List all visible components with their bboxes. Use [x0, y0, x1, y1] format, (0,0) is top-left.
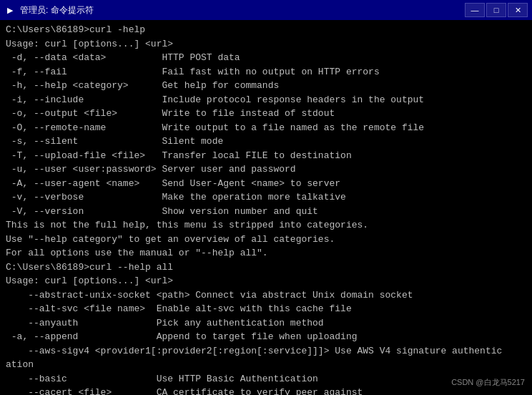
terminal-line: This is not the full help, this menu is …	[6, 218, 526, 233]
terminal-line: -o, --output <file> Write to file instea…	[6, 107, 526, 121]
terminal-line: -T, --upload-file <file> Transfer local …	[6, 149, 526, 163]
terminal-line: C:\Users\86189>curl -help	[6, 23, 526, 37]
terminal-line: --anyauth Pick any authentication method	[6, 316, 526, 331]
terminal-body: C:\Users\86189>curl -helpUsage: curl [op…	[0, 20, 532, 395]
terminal-line: -A, --user-agent <name> Send User-Agent …	[6, 177, 526, 191]
terminal-line: C:\Users\86189>curl --help all	[6, 260, 526, 275]
terminal-line: -d, --data <data> HTTP POST data	[6, 51, 526, 65]
title-bar: ▶ 管理员: 命令提示符 — □ ✕	[0, 0, 532, 20]
terminal-line: Usage: curl [options...] <url>	[6, 274, 526, 288]
maximize-button[interactable]: □	[486, 3, 506, 17]
terminal-line: --alt-svc <file name> Enable alt-svc wit…	[6, 302, 526, 316]
terminal-line: --cacert <file> CA certificate to verify…	[6, 386, 526, 395]
terminal-icon: ▶	[4, 4, 16, 16]
terminal-line: -v, --verbose Make the operation more ta…	[6, 190, 526, 205]
terminal-line: Usage: curl [options...] <url>	[6, 37, 526, 52]
title-bar-left: ▶ 管理员: 命令提示符	[4, 4, 94, 16]
terminal-line: -a, --append Append to target file when …	[6, 330, 526, 344]
terminal-line: ation	[6, 358, 526, 372]
terminal-line: -i, --include Include protocol response …	[6, 93, 526, 107]
terminal-line: -h, --help <category> Get help for comma…	[6, 79, 526, 93]
close-button[interactable]: ✕	[508, 3, 528, 17]
terminal-line: --basic Use HTTP Basic Authentication	[6, 372, 526, 386]
terminal-line: -f, --fail Fail fast with no output on H…	[6, 65, 526, 79]
title-bar-title: 管理员: 命令提示符	[20, 4, 94, 16]
terminal-line: --abstract-unix-socket <path> Connect vi…	[6, 288, 526, 303]
minimize-button[interactable]: —	[465, 3, 485, 17]
terminal-line: For all options use the manual or "--hel…	[6, 246, 526, 260]
terminal-line: -s, --silent Silent mode	[6, 135, 526, 149]
terminal-line: -O, --remote-name Write output to a file…	[6, 121, 526, 135]
title-bar-controls: — □ ✕	[465, 3, 528, 17]
terminal-line: Use "--help category" to get an overview…	[6, 233, 526, 247]
terminal-line: -u, --user <user:password> Server user a…	[6, 162, 526, 177]
terminal-line: -V, --version Show version number and qu…	[6, 205, 526, 219]
terminal-line: --aws-sigv4 <provider1[:provider2[:regio…	[6, 344, 526, 359]
